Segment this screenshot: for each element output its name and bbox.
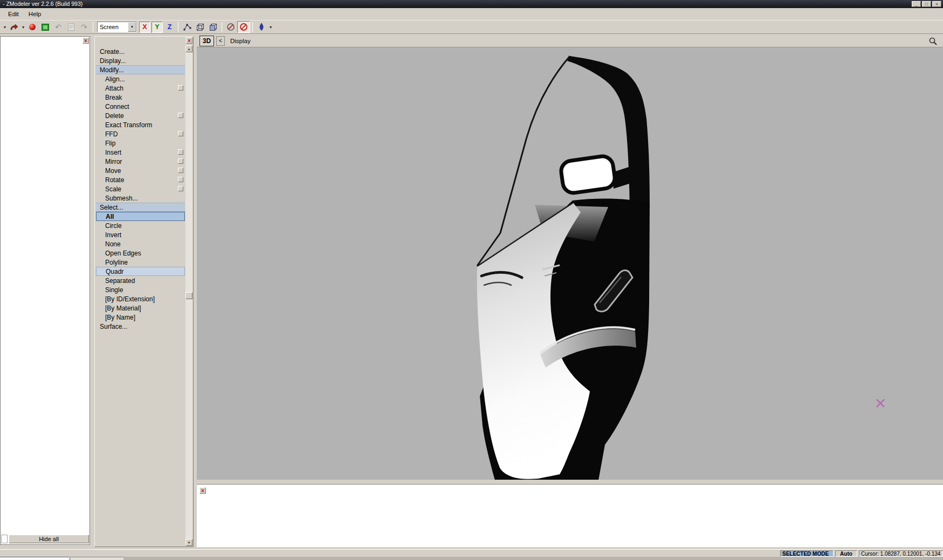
cmd-item-delete[interactable]: Delete (96, 111, 185, 120)
titlebar[interactable]: - ZModeler ver 2.2.6 (Build 993) _ □ × (0, 0, 943, 8)
view-mode-dropdown-arrow[interactable]: ▾ (128, 22, 136, 32)
history-button[interactable] (65, 21, 78, 33)
edges-mode-button[interactable] (194, 21, 207, 33)
cmd-item-polyline[interactable]: Polyline (96, 258, 185, 267)
close-scene-panel-button[interactable]: × (82, 37, 89, 44)
edges-mode-icon (196, 23, 205, 32)
command-list: Create... Display... Modify... Align... … (96, 47, 185, 331)
background-window-stub[interactable] (0, 557, 69, 560)
hide-button[interactable] (224, 21, 237, 33)
scene-panel[interactable]: × Hide all (0, 36, 90, 545)
option-box[interactable] (178, 85, 183, 91)
cmd-item-modify[interactable]: Modify... (96, 65, 185, 74)
cmd-item-separated[interactable]: Separated (96, 276, 185, 285)
cmd-item-by-id-extension[interactable]: [By ID/Extension] (96, 294, 185, 303)
side-mirror (560, 155, 616, 194)
cmd-item-connect[interactable]: Connect (96, 102, 185, 111)
cmd-item-display[interactable]: Display... (96, 56, 185, 65)
scroll-up-button[interactable]: ▲ (185, 45, 192, 52)
viewport-view-label: Display (230, 38, 251, 44)
pick-tool-button[interactable] (255, 21, 268, 33)
cmd-item-quadr[interactable]: Quadr (96, 267, 185, 276)
menu-edit[interactable]: Edit (3, 9, 24, 19)
cmd-item-select[interactable]: Select... (96, 203, 185, 212)
console-panel[interactable]: × (197, 484, 943, 547)
cmd-item-break[interactable]: Break (96, 93, 185, 102)
cmd-item-align[interactable]: Align... (96, 74, 185, 84)
cmd-item-submesh[interactable]: Submesh... (96, 193, 185, 203)
vertices-mode-icon (183, 23, 192, 32)
close-command-panel-button[interactable]: × (186, 37, 192, 44)
cmd-item-by-material[interactable]: [By Material] (96, 303, 185, 313)
scrollbar-thumb[interactable] (185, 292, 192, 299)
option-box[interactable] (178, 168, 183, 173)
cmd-item-select-all[interactable]: All (96, 212, 185, 221)
cmd-item-move[interactable]: Move (96, 166, 185, 175)
freeze-button[interactable] (237, 21, 250, 33)
cmd-item-ffd[interactable]: FFD (96, 129, 185, 139)
option-box[interactable] (178, 113, 183, 118)
axis-y-toggle[interactable]: Y (152, 22, 163, 33)
option-box[interactable] (178, 186, 183, 191)
command-panel-scrollbar[interactable]: ▲ ▼ (185, 45, 192, 546)
cmd-item-create[interactable]: Create... (96, 47, 185, 56)
axis-z-toggle[interactable]: Z (164, 22, 175, 33)
viewport-3d[interactable] (197, 47, 943, 480)
command-panel: × Create... Display... Modify... Align..… (94, 36, 194, 547)
cmd-item-invert[interactable]: Invert (96, 230, 185, 239)
cmd-item-open-edges[interactable]: Open Edges (96, 248, 185, 258)
magnifier-icon (928, 37, 938, 46)
prohibit-icon (239, 23, 248, 31)
material-editor-button[interactable] (26, 21, 39, 33)
menu-help[interactable]: Help (24, 9, 46, 19)
hide-all-button[interactable]: Hide all (9, 535, 89, 543)
viewport-back-button[interactable]: < (216, 36, 225, 46)
cmd-item-by-name[interactable]: [By Name] (96, 313, 185, 322)
import-dropdown-caret[interactable]: ▾ (20, 25, 26, 30)
toolbar-overflow-caret[interactable]: ▾ (2, 25, 8, 30)
cmd-item-scale[interactable]: Scale (96, 184, 185, 193)
cmd-item-circle[interactable]: Circle (96, 221, 185, 230)
cmd-item-exact-transform[interactable]: Exact Transform (96, 120, 185, 129)
cmd-item-attach[interactable]: Attach (96, 84, 185, 93)
option-box[interactable] (178, 177, 183, 182)
minimize-button[interactable]: _ (912, 1, 921, 7)
viewport-mode-button[interactable]: 3D (199, 36, 214, 46)
close-console-button[interactable]: × (199, 487, 206, 494)
texture-browser-button[interactable] (39, 21, 52, 33)
axis-x-toggle[interactable]: X (139, 22, 150, 33)
toolbar-separator (178, 22, 178, 32)
scroll-down-button[interactable]: ▼ (185, 539, 192, 546)
zmodeler-window: - ZModeler ver 2.2.6 (Build 993) _ □ × E… (0, 0, 943, 560)
option-box[interactable] (178, 158, 183, 164)
cmd-item-none[interactable]: None (96, 239, 185, 248)
undo-button[interactable]: ↶ (52, 21, 65, 33)
maximize-button[interactable]: □ (922, 1, 931, 7)
view-mode-combobox[interactable]: Screen ▾ (97, 22, 137, 32)
option-box[interactable] (178, 149, 183, 155)
toolbar-separator (252, 22, 253, 32)
import-button[interactable] (8, 21, 20, 33)
auto-indicator[interactable]: Auto (835, 550, 857, 557)
cmd-item-insert[interactable]: Insert (96, 148, 185, 157)
vertices-mode-button[interactable] (181, 21, 194, 33)
toolbar-separator (222, 22, 222, 32)
selected-mode-indicator[interactable]: SELECTED MODE (780, 550, 834, 557)
bottom-edge-strip (0, 557, 943, 560)
background-window-stub[interactable] (71, 557, 123, 560)
redo-button[interactable]: ↷ (78, 21, 91, 33)
close-button[interactable]: × (932, 1, 941, 7)
option-box[interactable] (178, 131, 183, 136)
cmd-item-rotate[interactable]: Rotate (96, 175, 185, 184)
cmd-item-single[interactable]: Single (96, 285, 185, 294)
pick-tool-dropdown-caret[interactable]: ▾ (268, 25, 273, 30)
zoom-button[interactable] (928, 37, 938, 46)
window-title: - ZModeler ver 2.2.6 (Build 993) (3, 1, 82, 7)
cmd-item-mirror[interactable]: Mirror (96, 157, 185, 166)
window-controls: _ □ × (912, 1, 941, 7)
faces-mode-button[interactable] (207, 21, 219, 33)
cmd-item-surface[interactable]: Surface... (96, 322, 185, 331)
faces-mode-icon (209, 23, 218, 32)
cursor-coordinates: Cursor: 1.08287, 0.12001, -0.134 (859, 550, 943, 557)
cmd-item-flip[interactable]: Flip (96, 139, 185, 148)
